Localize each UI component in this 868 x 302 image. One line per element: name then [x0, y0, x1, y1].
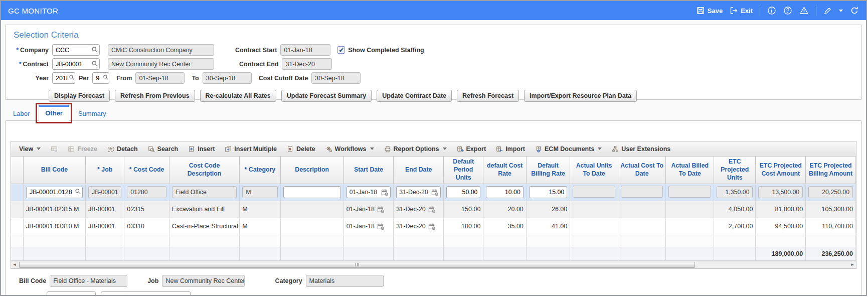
cell-cost_code_description[interactable]: Excavation and Fill — [169, 201, 239, 218]
refresh-icon[interactable] — [850, 6, 859, 15]
cell-default_period_units-input[interactable] — [446, 186, 480, 198]
cell-category[interactable]: M — [240, 184, 280, 201]
cell-default_cost_rate-input[interactable] — [486, 186, 523, 198]
cell-job[interactable]: JB-00001 — [86, 184, 124, 201]
column-header-etc_projected_billing_amount[interactable]: ETC Projected Billing Amount — [806, 157, 856, 184]
cell-start_date[interactable]: 01-Jan-18 — [343, 184, 394, 201]
cell-actual_cost_to_date[interactable] — [618, 218, 666, 235]
cell-default_period_units[interactable]: 100.00 — [444, 218, 483, 235]
column-header-default_billing_rate[interactable]: Default Billing Rate — [526, 157, 570, 184]
toolbar-insert-multiple[interactable]: Insert Multiple — [221, 144, 281, 154]
cell-default_billing_rate[interactable]: 41.00 — [526, 218, 570, 235]
tab-summary[interactable]: Summary — [72, 107, 112, 121]
column-header-start_date[interactable]: Start Date — [343, 157, 394, 184]
button-period-detail[interactable]: Period Detail — [47, 291, 96, 296]
scrollbar-thumb[interactable] — [19, 262, 695, 268]
column-header-job[interactable]: * Job — [86, 157, 124, 184]
toolbar-delete[interactable]: Delete — [283, 144, 319, 154]
search-icon[interactable] — [91, 60, 98, 69]
cell-end_date[interactable]: 31-Dec-20 — [394, 184, 444, 201]
help-icon[interactable] — [783, 6, 792, 15]
exit-button[interactable]: Exit — [730, 7, 753, 15]
chevron-down-icon[interactable] — [839, 10, 843, 12]
search-icon[interactable] — [103, 74, 109, 82]
cell-description[interactable] — [280, 201, 343, 218]
column-header-etc_projected_cost_amount[interactable]: ETC Projected Cost Amount — [756, 157, 806, 184]
search-icon[interactable] — [91, 46, 98, 55]
row-selector-cell[interactable] — [11, 184, 23, 201]
column-header-actual_cost_to_date[interactable]: Actual Cost To Date — [618, 157, 666, 184]
cell-bill_code[interactable]: JB-00001.03310.M — [23, 218, 85, 235]
cell-cost_code[interactable]: 01280 — [124, 184, 169, 201]
cell-end_date[interactable]: 31-Dec-20 — [394, 201, 444, 218]
column-header-default_period_units[interactable]: Default Period Units — [444, 157, 483, 184]
cell-actual_cost_to_date[interactable] — [618, 184, 666, 201]
toolbar-detach[interactable]: Detach — [103, 144, 142, 154]
save-button[interactable]: Save — [697, 7, 723, 15]
cell-etc_projected_billing_amount[interactable]: 20,250.00 — [806, 184, 856, 201]
toolbar-export[interactable]: Export — [453, 144, 490, 154]
cell-end_date[interactable]: 31-Dec-20 — [394, 218, 444, 235]
warning-icon[interactable] — [799, 6, 809, 15]
cell-actual_billed_to_date[interactable] — [666, 201, 714, 218]
tab-other[interactable]: Other — [39, 105, 69, 121]
cell-actual_billed_to_date[interactable] — [666, 184, 714, 201]
column-header-bill_code[interactable]: Bill Code — [23, 157, 85, 184]
tab-labor[interactable]: Labor — [7, 107, 36, 121]
column-header-description[interactable]: Description — [280, 157, 343, 184]
column-header-actual_billed_to_date[interactable]: Actual Billed To Date — [666, 157, 714, 184]
toolbar-report-options[interactable]: Report Options — [380, 144, 451, 154]
cell-job[interactable]: JB-00001 — [86, 201, 124, 218]
column-header-default_cost_rate[interactable]: default Cost Rate — [483, 157, 526, 184]
cell-start_date[interactable]: 01-Jan-18 — [343, 201, 394, 218]
toolbar-user-extensions[interactable]: User Extensions — [608, 144, 674, 154]
scroll-right-arrow[interactable]: ► — [849, 261, 856, 268]
cell-cost_code_description[interactable]: Cast-in-Place Structural — [169, 218, 239, 235]
cell-etc_projected_billing_amount[interactable]: 105,300.00 — [806, 201, 856, 218]
show-completed-checkbox[interactable]: ✔ — [337, 46, 345, 54]
toolbar-workflows[interactable]: Workflows — [321, 144, 378, 154]
cell-category[interactable]: M — [240, 201, 280, 218]
cell-description-input[interactable] — [283, 186, 341, 198]
search-icon[interactable] — [75, 188, 81, 196]
row-selector-cell[interactable] — [11, 218, 23, 235]
table-row[interactable]: JB-0000101280Field OfficeM01-Jan-1831-De… — [11, 184, 856, 201]
toolbar-import[interactable]: Import — [492, 144, 529, 154]
cell-cost_code_description[interactable]: Field Office — [169, 184, 239, 201]
toolbar-insert[interactable]: Insert — [184, 144, 219, 154]
column-header-cost_code[interactable]: * Cost Code — [124, 157, 169, 184]
calendar-icon[interactable] — [381, 189, 389, 196]
info-icon[interactable] — [767, 6, 776, 15]
cell-default_cost_rate[interactable]: 20.00 — [483, 201, 526, 218]
cell-description[interactable] — [280, 218, 343, 235]
cell-default_cost_rate[interactable]: 35.00 — [483, 218, 526, 235]
scroll-left-arrow[interactable]: ◄ — [11, 261, 18, 268]
button-default-missing-bill-codes[interactable]: Default Missing Bill Codes — [101, 291, 191, 296]
toolbar-ecm-documents[interactable]: ECM Documents — [531, 144, 606, 154]
cell-job[interactable]: JB-00001 — [86, 218, 124, 235]
table-row[interactable]: JB-00001.02315.MJB-0000102315Excavation … — [11, 201, 856, 218]
column-header-etc_projected_units[interactable]: ETC Projected Units — [714, 157, 756, 184]
cell-default_cost_rate[interactable] — [483, 184, 526, 201]
cell-etc_projected_units[interactable]: 1,350.00 — [714, 184, 756, 201]
cell-actual_units_to_date[interactable] — [570, 184, 618, 201]
cell-default_period_units[interactable] — [444, 184, 483, 201]
cell-actual_cost_to_date[interactable] — [618, 201, 666, 218]
edit-icon[interactable] — [823, 7, 832, 15]
row-selector-cell[interactable] — [11, 201, 23, 218]
cell-category[interactable]: M — [240, 218, 280, 235]
cell-default_billing_rate-input[interactable] — [529, 186, 567, 198]
cell-etc_projected_cost_amount[interactable]: 13,500.00 — [756, 184, 806, 201]
cell-etc_projected_billing_amount[interactable]: 110,700.00 — [806, 218, 856, 235]
cell-bill_code[interactable] — [23, 184, 85, 201]
cell-etc_projected_units[interactable]: 2,700.00 — [714, 218, 756, 235]
column-header-actual_units_to_date[interactable]: Actual Units To Date — [570, 157, 618, 184]
cell-actual_billed_to_date[interactable] — [666, 218, 714, 235]
table-row[interactable]: JB-00001.03310.MJB-0000103310Cast-in-Pla… — [11, 218, 856, 235]
cell-cost_code[interactable]: 03310 — [124, 218, 169, 235]
search-icon[interactable] — [69, 74, 75, 82]
cell-default_billing_rate[interactable] — [526, 184, 570, 201]
cell-bill_code[interactable]: JB-00001.02315.M — [23, 201, 85, 218]
toolbar-view[interactable]: View — [15, 144, 45, 154]
cell-etc_projected_cost_amount[interactable]: 81,000.00 — [756, 201, 806, 218]
